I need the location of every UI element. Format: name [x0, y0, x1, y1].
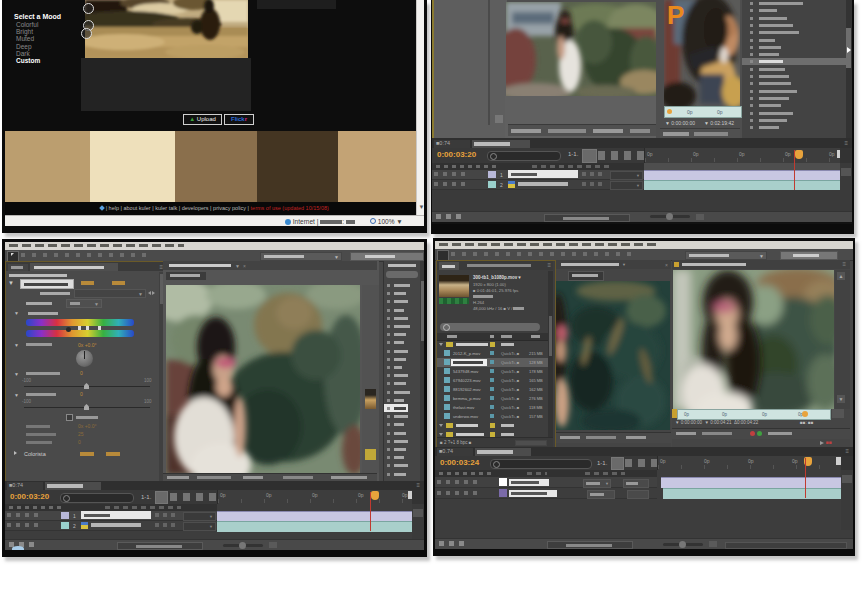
svg-text:P: P — [667, 0, 684, 30]
